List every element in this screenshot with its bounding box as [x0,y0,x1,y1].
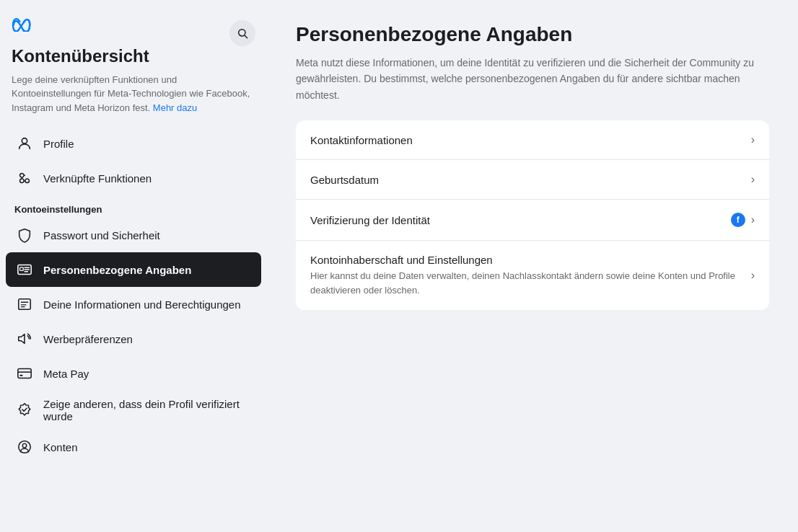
settings-row-desc: Hier kannst du deine Daten verwalten, de… [310,269,740,297]
sidebar-header: Kontenübersicht Lege deine verknüpften F… [0,12,267,118]
sidebar-title: Kontenübersicht [12,46,255,67]
megaphone-icon [14,329,35,349]
badge-check-icon [14,400,35,420]
svg-rect-18 [18,369,31,378]
svg-point-2 [22,138,27,143]
sidebar-item-informationen[interactable]: Deine Informationen und Berechtigungen [6,287,261,322]
card-icon [14,363,35,384]
search-icon [237,27,248,39]
settings-card: Kontaktinformationen › Geburtsdatum › Ve… [296,120,769,310]
sidebar-item-personenbezogene[interactable]: Personenbezogene Angaben [6,252,261,287]
settings-row-right: › [751,269,755,282]
meta-logo [12,17,35,32]
svg-rect-20 [20,375,23,376]
sidebar-description: Lege deine verknüpften Funktionen und Ko… [12,73,255,115]
settings-row-left: Geburtsdatum [310,174,740,186]
svg-point-3 [20,174,24,178]
chevron-right-icon: › [751,269,755,282]
sidebar-item-label: Werbepräferenzen [43,333,133,345]
kontoeinstellungen-label: Kontoeinstellungen [6,195,261,218]
settings-row-title: Verifizierung der Identität [310,214,719,226]
person-circle-icon [14,437,35,457]
settings-row-left: Kontoinhaberschaft und Einstellungen Hie… [310,254,740,297]
settings-row-title: Geburtsdatum [310,174,740,186]
mehr-dazu-link[interactable]: Mehr dazu [153,102,197,113]
sidebar-item-label: Zeige anderen, dass dein Profil verifizi… [43,398,253,422]
svg-point-4 [25,179,29,183]
sidebar-item-zeige[interactable]: Zeige anderen, dass dein Profil verifizi… [6,391,261,430]
sidebar-item-label: Personenbezogene Angaben [43,264,191,276]
settings-row-right: f › [731,213,755,227]
settings-row-title: Kontaktinformationen [310,134,740,146]
sidebar-item-passwort[interactable]: Passwort und Sicherheit [6,218,261,252]
sidebar-item-profile[interactable]: Profile [6,126,261,161]
sidebar-item-werbepraferenzen[interactable]: Werbepräferenzen [6,322,261,356]
sidebar-nav: Profile Verknüpfte Funktionen Kontoeinst… [0,126,267,464]
svg-line-1 [245,35,247,38]
info-icon [14,294,35,314]
settings-row-left: Kontaktinformationen [310,134,740,146]
sidebar-item-label: Deine Informationen und Berechtigungen [43,298,241,311]
search-button[interactable] [229,20,255,46]
sidebar-item-verknuepfte[interactable]: Verknüpfte Funktionen [6,161,261,195]
sidebar-item-label: Passwort und Sicherheit [43,229,160,241]
main-content: Personenbezogene Angaben Meta nutzt dies… [267,0,798,532]
settings-row-kontaktinformationen[interactable]: Kontaktinformationen › [296,120,769,160]
page-description: Meta nutzt diese Informationen, um deine… [296,55,758,103]
sidebar-item-label: Profile [43,138,74,150]
chevron-right-icon: › [751,133,755,146]
svg-rect-10 [20,267,24,271]
settings-row-verifizierung[interactable]: Verifizierung der Identität f › [296,200,769,241]
svg-point-22 [22,444,27,448]
settings-row-kontoinhaberschaft[interactable]: Kontoinhaberschaft und Einstellungen Hie… [296,241,769,310]
svg-point-5 [20,179,24,183]
sidebar-item-label: Meta Pay [43,368,89,380]
settings-row-title: Kontoinhaberschaft und Einstellungen [310,254,740,266]
chevron-right-icon: › [751,213,755,226]
sidebar-item-metapay[interactable]: Meta Pay [6,356,261,391]
sidebar-title-row [12,17,255,46]
chevron-right-icon: › [751,173,755,186]
shield-icon [14,225,35,245]
settings-row-geburtsdatum[interactable]: Geburtsdatum › [296,160,769,200]
sidebar-item-label: Konten [43,441,78,453]
sidebar-item-konten[interactable]: Konten [6,430,261,464]
id-card-icon [14,260,35,280]
facebook-icon: f [731,213,745,227]
settings-row-right: › [751,173,755,186]
sidebar: Kontenübersicht Lege deine verknüpften F… [0,0,267,532]
page-title: Personenbezogene Angaben [296,23,769,46]
person-icon [14,133,35,154]
meta-logo-icon [12,17,35,32]
svg-rect-14 [19,299,31,310]
link-icon [14,168,35,188]
settings-row-right: › [751,133,755,146]
settings-row-left: Verifizierung der Identität [310,214,719,226]
sidebar-item-label: Verknüpfte Funktionen [43,172,152,185]
